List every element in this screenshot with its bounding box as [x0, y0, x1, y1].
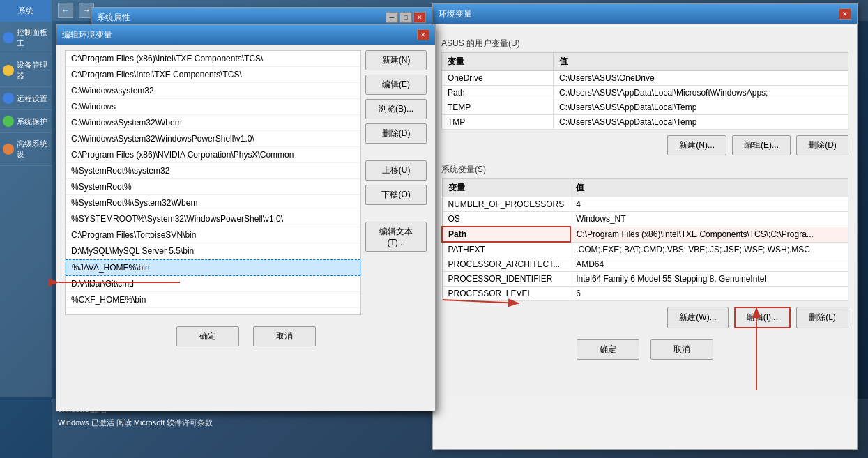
- list-item[interactable]: C:\Program Files (x86)\NVIDIA Corporatio…: [66, 147, 360, 163]
- table-row[interactable]: PROCESSOR_ARCHITECT... AMD64: [442, 257, 848, 272]
- sys-var-val: .COM;.EXE;.BAT;.CMD;.VBS;.VBE;.JS;.JSE;.…: [570, 242, 848, 257]
- bottom-line2: Windows 已激活 阅读 Microsoft 软件许可条款: [58, 418, 862, 428]
- sys-vars-table-container[interactable]: 变量 值 NUMBER_OF_PROCESSORS 4 OS Windows_N…: [441, 178, 848, 301]
- list-item[interactable]: D:\MySQL\MySQL Server 5.5\bin: [66, 243, 360, 259]
- sys-var-name: PROCESSOR_IDENTIFIER: [442, 272, 570, 287]
- path-move-down-btn[interactable]: 下移(O): [365, 185, 427, 205]
- sys-var-name: PROCESSOR_LEVEL: [442, 287, 570, 301]
- path-edit-btn[interactable]: 编辑(E): [365, 75, 427, 95]
- sidebar-item-system-protection[interactable]: 系统保护: [0, 110, 52, 133]
- env-vars-bottom-btns: 确定 取消: [441, 339, 848, 360]
- edit-env-titlebar: 编辑环境变量 ✕: [56, 25, 435, 45]
- user-vars-btn-row: 新建(N)... 编辑(E)... 删除(D): [441, 135, 848, 155]
- edit-env-close-btn[interactable]: ✕: [417, 29, 429, 40]
- advanced-icon: [3, 144, 14, 155]
- sys-props-min-btn[interactable]: ─: [386, 12, 398, 23]
- list-item[interactable]: C:\Windows: [66, 99, 360, 115]
- sys-delete-btn[interactable]: 删除(L): [796, 307, 848, 328]
- user-new-btn[interactable]: 新建(N)...: [667, 135, 726, 155]
- back-button[interactable]: ←: [58, 3, 73, 18]
- edit-env-cancel-btn[interactable]: 取消: [253, 326, 316, 346]
- list-item[interactable]: %SystemRoot%\system32: [66, 163, 360, 179]
- sys-var-val: AMD64: [570, 257, 848, 272]
- table-row[interactable]: TEMP C:\Users\ASUS\AppData\Local\Temp: [442, 100, 848, 115]
- table-row[interactable]: Path C:\Users\ASUS\AppData\Local\Microso…: [442, 86, 848, 100]
- path-new-btn[interactable]: 新建(N): [365, 50, 427, 70]
- sidebar-title: 系统: [0, 0, 52, 22]
- sys-var-name: NUMBER_OF_PROCESSORS: [442, 197, 570, 212]
- list-item[interactable]: C:\Windows\System32\Wbem: [66, 115, 360, 131]
- user-var-val: C:\Users\ASUS\OneDrive: [554, 71, 848, 86]
- sidebar-item-device-manager[interactable]: 设备管理器: [0, 54, 52, 87]
- list-item[interactable]: C:\Windows\system32: [66, 83, 360, 99]
- path-row-highlighted[interactable]: Path C:\Program Files (x86)\Intel\TXE Co…: [442, 227, 848, 242]
- env-vars-title: 环境变量: [439, 8, 472, 20]
- list-item[interactable]: %CXF_HOME%\bin: [66, 292, 360, 308]
- table-row[interactable]: NUMBER_OF_PROCESSORS 4: [442, 197, 848, 212]
- sidebar-item-remote[interactable]: 远程设置: [0, 87, 52, 110]
- edit-env-main: C:\Program Files (x86)\Intel\TXE Compone…: [56, 45, 435, 321]
- path-list[interactable]: C:\Program Files (x86)\Intel\TXE Compone…: [65, 50, 361, 315]
- list-item[interactable]: C:\Program Files\Intel\TXE Components\TC…: [66, 67, 360, 83]
- table-row[interactable]: TMP C:\Users\ASUS\AppData\Local\Temp: [442, 115, 848, 130]
- user-vars-col-var: 变量: [442, 53, 554, 71]
- user-var-name: OneDrive: [442, 71, 554, 86]
- list-item[interactable]: %SystemRoot%\System32\Wbem: [66, 195, 360, 211]
- table-row[interactable]: PROCESSOR_LEVEL 6: [442, 287, 848, 301]
- sys-var-name: PATHEXT: [442, 242, 570, 257]
- table-row[interactable]: OS Windows_NT: [442, 212, 848, 227]
- list-item[interactable]: C:\Program Files (x86)\Intel\TXE Compone…: [66, 51, 360, 67]
- sys-vars-col-val: 值: [570, 179, 848, 197]
- user-var-val: C:\Users\ASUS\AppData\Local\Temp: [554, 100, 848, 115]
- list-item[interactable]: C:\Windows\System32\WindowsPowerShell\v1…: [66, 131, 360, 147]
- sidebar-item-control-panel[interactable]: 控制面板主: [0, 22, 52, 54]
- java-home-item[interactable]: %JAVA_HOME%\bin: [66, 259, 360, 276]
- sys-props-close-btn[interactable]: ✕: [413, 12, 426, 23]
- env-vars-cancel-btn[interactable]: 取消: [650, 339, 713, 360]
- env-vars-content: ASUS 的用户变量(U) 变量 值 OneDrive C:\Users\ASU…: [433, 24, 857, 368]
- path-edit-text-btn[interactable]: 编辑文本(T)...: [365, 222, 427, 252]
- sys-props-max-btn[interactable]: □: [399, 12, 412, 23]
- sys-var-val: Windows_NT: [570, 212, 848, 227]
- env-vars-titlebar-btns: ✕: [839, 8, 851, 20]
- desktop: 系统 控制面板主 设备管理器 远程设置 系统保护 高级系统设 ← → 环境变量: [0, 0, 868, 458]
- list-item[interactable]: D:\AllJar\Git\cmd: [66, 276, 360, 292]
- env-vars-close-btn[interactable]: ✕: [839, 8, 851, 20]
- user-var-val: C:\Users\ASUS\AppData\Local\Microsoft\Wi…: [554, 86, 848, 100]
- table-row[interactable]: PATHEXT .COM;.EXE;.BAT;.CMD;.VBS;.VBE;.J…: [442, 242, 848, 257]
- edit-env-bottom-btns: 确定 取消: [56, 326, 435, 355]
- table-row[interactable]: PROCESSOR_IDENTIFIER Intel64 Family 6 Mo…: [442, 272, 848, 287]
- user-edit-btn[interactable]: 编辑(E)...: [732, 135, 791, 155]
- sys-var-name: OS: [442, 212, 570, 227]
- sys-props-title: 系统属性: [97, 12, 130, 24]
- control-panel-icon: [3, 32, 14, 43]
- list-item[interactable]: C:\Program Files\TortoiseSVN\bin: [66, 227, 360, 243]
- sidebar: 系统 控制面板主 设备管理器 远程设置 系统保护 高级系统设: [0, 0, 52, 397]
- sidebar-item-advanced[interactable]: 高级系统设: [0, 133, 52, 166]
- edit-env-ok-btn[interactable]: 确定: [176, 326, 239, 346]
- sys-vars-table: 变量 值 NUMBER_OF_PROCESSORS 4 OS Windows_N…: [441, 178, 848, 301]
- user-var-name: TMP: [442, 115, 554, 130]
- table-row[interactable]: OneDrive C:\Users\ASUS\OneDrive: [442, 71, 848, 86]
- user-vars-table-container[interactable]: 变量 值 OneDrive C:\Users\ASUS\OneDrive Pat…: [441, 52, 848, 130]
- user-var-val: C:\Users\ASUS\AppData\Local\Temp: [554, 115, 848, 130]
- list-item[interactable]: %SystemRoot%: [66, 179, 360, 195]
- sys-var-val: 6: [570, 287, 848, 301]
- path-browse-btn[interactable]: 浏览(B)...: [365, 99, 427, 119]
- path-move-up-btn[interactable]: 上移(U): [365, 160, 427, 181]
- user-var-name: Path: [442, 86, 554, 100]
- sys-var-val: Intel64 Family 6 Model 55 Stepping 8, Ge…: [570, 272, 848, 287]
- path-delete-btn[interactable]: 删除(D): [365, 123, 427, 144]
- edit-env-right-btns: 新建(N) 编辑(E) 浏览(B)... 删除(D) 上移(U) 下移(O) 编…: [365, 50, 427, 252]
- list-item[interactable]: %SYSTEMROOT%\System32\WindowsPowerShell\…: [66, 211, 360, 227]
- device-manager-icon: [3, 65, 14, 76]
- user-delete-btn[interactable]: 删除(D): [796, 135, 848, 155]
- sys-props-titlebar-btns: ─ □ ✕: [386, 12, 426, 23]
- sys-new-btn[interactable]: 新建(W)...: [667, 307, 728, 328]
- env-vars-titlebar: 环境变量 ✕: [433, 4, 857, 24]
- sys-var-val: 4: [570, 197, 848, 212]
- sys-var-name: PROCESSOR_ARCHITECT...: [442, 257, 570, 272]
- env-vars-ok-btn[interactable]: 确定: [577, 339, 639, 360]
- user-vars-col-val: 值: [554, 53, 848, 71]
- sys-edit-btn[interactable]: 编辑(I)...: [734, 307, 791, 328]
